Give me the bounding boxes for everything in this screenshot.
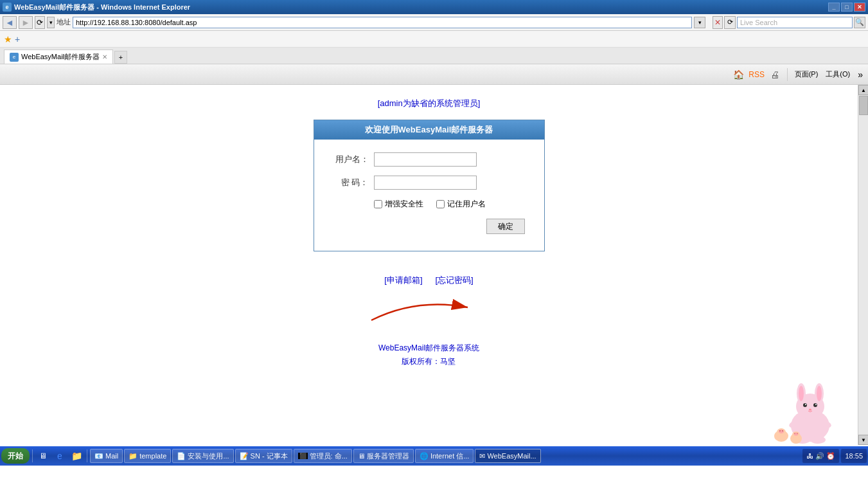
footer-links: WebEasyMail邮件服务器系统 版权所有：马坚: [378, 343, 479, 367]
taskbar-folder-icon[interactable]: 📁: [69, 448, 84, 464]
start-button[interactable]: 开始: [1, 448, 30, 464]
taskbar-server-label: 服务器管理器: [367, 451, 409, 461]
taskbar-mail-icon: 📧: [94, 452, 103, 460]
taskbar-divider: [32, 449, 33, 462]
taskbar-template-icon: 📁: [128, 452, 137, 460]
scroll-thumb[interactable]: [859, 96, 868, 115]
taskbar-item-mail[interactable]: 📧 Mail: [90, 449, 123, 463]
svg-point-8: [813, 403, 817, 407]
register-link[interactable]: [申请邮箱]: [384, 275, 422, 286]
app-icon: e: [3, 3, 12, 12]
toolbar-divider: [787, 68, 788, 81]
search-input[interactable]: [737, 17, 853, 28]
address-input[interactable]: [73, 17, 692, 28]
taskbar-item-internet[interactable]: 🌐 Internet 信...: [415, 449, 474, 463]
taskbar-install-label: 安装与使用...: [188, 451, 229, 461]
password-input[interactable]: [374, 176, 477, 190]
forgot-link[interactable]: [忘记密码]: [436, 275, 474, 286]
refresh2-button[interactable]: ✕: [713, 16, 723, 29]
taskbar-item-webeasymail[interactable]: ✉ WebEasyMail...: [475, 449, 540, 463]
system-link[interactable]: WebEasyMail邮件服务器系统: [378, 343, 479, 354]
enhance-security-checkbox-label[interactable]: 增强安全性: [374, 199, 423, 210]
tray-time-icon: ⏰: [826, 452, 835, 460]
search-button[interactable]: 🔍: [854, 17, 865, 28]
new-tab-button[interactable]: +: [114, 51, 127, 64]
scroll-down-arrow[interactable]: ▼: [858, 435, 868, 445]
taskbar-install-icon: 📄: [177, 452, 186, 460]
scrollbar[interactable]: ▲ ▼: [858, 85, 868, 445]
address-label: 地址: [57, 17, 71, 27]
favorite-star-icon: ★: [4, 34, 12, 44]
back-button[interactable]: ◄: [3, 16, 17, 29]
rss-icon[interactable]: RSS: [749, 67, 765, 82]
taskbar-server-icon: 🖥: [358, 452, 365, 460]
taskbar-webeasy-icon: ✉: [479, 452, 485, 460]
login-box: 欢迎使用WebEasyMail邮件服务器 用户名： 密 码： 增强安全性: [314, 120, 545, 251]
taskbar-template-label: template: [139, 452, 166, 460]
mascot-image: [772, 374, 849, 445]
address-dropdown[interactable]: ▾: [47, 17, 55, 28]
taskbar-item-template[interactable]: 📁 template: [124, 449, 171, 463]
copyright-link[interactable]: 版权所有：马坚: [402, 356, 456, 367]
minimize-button[interactable]: _: [828, 3, 840, 12]
clock-display: 18:55: [841, 449, 867, 463]
taskbar-item-notepad[interactable]: 📝 SN - 记事本: [235, 449, 292, 463]
taskbar-divider2: [87, 449, 87, 462]
stop-button[interactable]: ⟳: [724, 16, 736, 29]
enhance-security-checkbox[interactable]: [374, 200, 382, 208]
login-body: 用户名： 密 码： 增强安全性 记住用户名: [314, 140, 544, 251]
svg-point-9: [805, 404, 806, 405]
maximize-button[interactable]: □: [841, 3, 853, 12]
checkbox-row: 增强安全性 记住用户名: [333, 199, 525, 210]
svg-point-4: [799, 386, 804, 401]
button-row: 确定: [333, 219, 525, 238]
below-links: [申请邮箱] [忘记密码]: [314, 275, 545, 286]
taskbar-notepad-label: SN - 记事本: [251, 451, 288, 461]
taskbar-item-server-manager[interactable]: 🖥 服务器管理器: [353, 449, 414, 463]
taskbar-show-desktop[interactable]: 🖥: [35, 448, 51, 464]
tray-volume-icon: 🔊: [815, 452, 824, 460]
close-button[interactable]: ✕: [854, 3, 865, 12]
taskbar-notepad-icon: 📝: [240, 452, 249, 460]
scroll-up-arrow[interactable]: ▲: [858, 85, 868, 95]
remember-user-checkbox[interactable]: [436, 200, 445, 208]
window-title: WebEasyMail邮件服务器 - Windows Internet Expl…: [14, 3, 190, 12]
page-menu-button[interactable]: 页面(P): [792, 68, 821, 80]
submit-button[interactable]: 确定: [486, 219, 525, 234]
svg-point-20: [782, 430, 783, 431]
taskbar-ie-icon[interactable]: e: [52, 448, 67, 464]
username-label: 用户名：: [333, 154, 369, 165]
tools-menu-button[interactable]: 工具(O): [823, 68, 853, 80]
login-header: 欢迎使用WebEasyMail邮件服务器: [314, 120, 544, 140]
taskbar-item-install[interactable]: 📄 安装与使用...: [172, 449, 233, 463]
system-tray: 🖧 🔊 ⏰: [802, 449, 839, 463]
tab-favicon-icon: e: [10, 53, 19, 62]
admin-notice-link[interactable]: [admin为缺省的系统管理员]: [378, 98, 481, 109]
taskbar-item-admin-cmd[interactable]: ⬛ 管理员: 命...: [294, 449, 352, 463]
taskbar-webeasy-label: WebEasyMail...: [487, 452, 536, 460]
remember-user-checkbox-label[interactable]: 记住用户名: [436, 199, 486, 210]
home-icon[interactable]: 🏠: [731, 67, 747, 82]
forward-button[interactable]: ►: [19, 16, 33, 29]
address-go-button[interactable]: ▾: [694, 17, 705, 28]
tab-close-icon[interactable]: ✕: [102, 53, 107, 60]
enhance-security-label: 增强安全性: [385, 199, 423, 210]
title-bar: e WebEasyMail邮件服务器 - Windows Internet Ex…: [0, 0, 868, 14]
browser-tab[interactable]: e WebEasyMail邮件服务器 ✕: [4, 50, 113, 64]
taskbar-cmd-icon: ⬛: [298, 453, 308, 459]
toolbar-more-button[interactable]: »: [855, 68, 865, 81]
refresh-button[interactable]: ⟳: [35, 16, 45, 29]
print-icon[interactable]: 🖨: [767, 67, 783, 82]
svg-point-19: [779, 430, 781, 431]
taskbar-internet-icon: 🌐: [420, 452, 429, 460]
tab-bar: e WebEasyMail邮件服务器 ✕ +: [0, 48, 868, 64]
scroll-track: [858, 95, 868, 435]
toolbar: 🏠 RSS 🖨 页面(P) 工具(O) »: [0, 64, 868, 85]
svg-point-6: [817, 386, 822, 401]
svg-point-10: [815, 404, 817, 405]
username-input[interactable]: [374, 152, 477, 167]
svg-point-18: [779, 430, 784, 433]
svg-point-7: [803, 403, 807, 407]
taskbar-cmd-label: 管理员: 命...: [310, 451, 348, 461]
window-controls: _ □ ✕: [828, 3, 865, 12]
